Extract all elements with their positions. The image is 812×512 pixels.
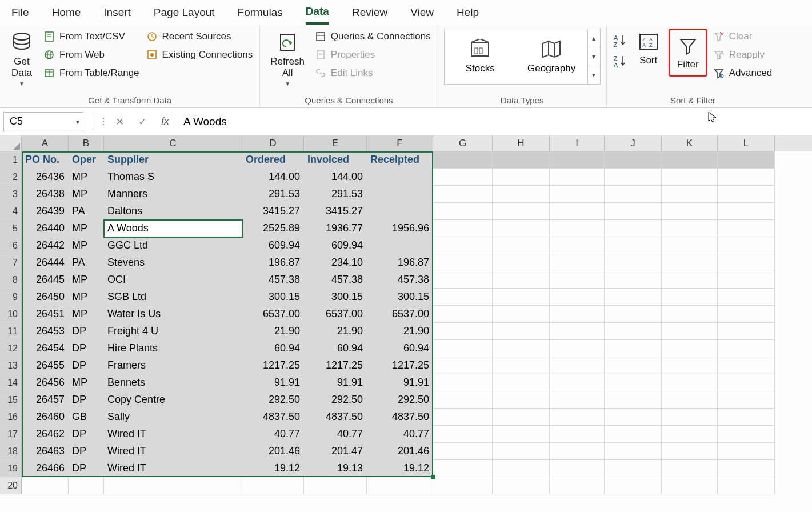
cell[interactable]: 91.91 [304,374,367,391]
cell[interactable]: 40.77 [304,426,367,443]
cell[interactable] [550,186,605,203]
cell[interactable] [550,426,605,443]
cell[interactable] [433,169,493,186]
cell[interactable] [104,477,242,494]
existing-connections-button[interactable]: Existing Connections [145,47,254,63]
cell[interactable]: OCI [104,271,242,289]
cell[interactable]: Water Is Us [104,306,242,323]
cell[interactable] [718,391,775,409]
row-header-10[interactable]: 10 [0,306,22,323]
cell[interactable]: 300.15 [242,289,304,306]
refresh-all-button[interactable]: Refresh All ▼ [266,29,309,89]
cell[interactable]: Hire Plants [104,340,242,357]
cell[interactable] [662,426,718,443]
advanced-filter-button[interactable]: Advanced [712,65,774,81]
cell[interactable] [662,460,718,477]
row-header-9[interactable]: 9 [0,289,22,306]
cell[interactable] [605,323,662,340]
row-header-16[interactable]: 16 [0,409,22,426]
cell[interactable] [605,409,662,426]
row-header-13[interactable]: 13 [0,357,22,374]
cell[interactable]: 2525.89 [242,220,304,237]
cell[interactable]: 19.13 [304,460,367,477]
cell[interactable]: 60.94 [242,340,304,357]
cell[interactable] [550,357,605,374]
cell[interactable] [550,323,605,340]
cell[interactable]: 26438 [22,186,69,203]
row-header-20[interactable]: 20 [0,477,22,494]
cell[interactable] [493,254,550,271]
cell[interactable]: 300.15 [304,289,367,306]
cell[interactable] [718,443,775,460]
cell[interactable] [493,237,550,254]
cell[interactable] [718,460,775,477]
cell[interactable] [605,271,662,289]
cell[interactable] [662,203,718,220]
cell[interactable]: MP [69,289,104,306]
row-header-18[interactable]: 18 [0,443,22,460]
cell[interactable] [550,477,605,494]
gallery-more-button[interactable]: ▾ [588,66,600,84]
cell[interactable] [367,186,433,203]
cell[interactable]: PO No. [22,151,69,169]
cell[interactable]: 91.91 [242,374,304,391]
cell[interactable] [493,306,550,323]
cell[interactable]: 26439 [22,203,69,220]
column-header-K[interactable]: K [662,135,718,151]
cell[interactable] [605,169,662,186]
cell[interactable] [605,306,662,323]
filter-button[interactable]: Filter [673,33,703,73]
cell[interactable] [493,391,550,409]
cell[interactable]: 457.38 [242,271,304,289]
cell[interactable] [718,169,775,186]
cell[interactable] [493,477,550,494]
cell[interactable]: DP [69,460,104,477]
cell[interactable]: MP [69,374,104,391]
cell[interactable]: Receipted [367,151,433,169]
cell[interactable] [605,151,662,169]
cell[interactable] [605,289,662,306]
from-web-button[interactable]: From Web [42,47,141,63]
cell[interactable] [605,374,662,391]
column-header-L[interactable]: L [718,135,775,151]
tab-help[interactable]: Help [457,2,479,23]
cell[interactable] [662,443,718,460]
gallery-down-button[interactable]: ▾ [588,47,600,66]
cell[interactable] [718,220,775,237]
cell[interactable] [662,237,718,254]
cell[interactable] [433,220,493,237]
formula-input[interactable]: A Woods [177,115,812,128]
cell[interactable]: 3415.27 [242,203,304,220]
cell[interactable]: DP [69,323,104,340]
tab-page-layout[interactable]: Page Layout [154,2,215,23]
cell[interactable]: GB [69,409,104,426]
cell[interactable] [605,391,662,409]
edit-links-button[interactable]: Edit Links [314,65,432,81]
cell[interactable]: Wired IT [104,443,242,460]
cell[interactable] [662,186,718,203]
stocks-button[interactable]: Stocks [445,39,516,74]
cell[interactable]: A Woods [104,220,242,237]
cell[interactable] [493,443,550,460]
cell[interactable] [493,186,550,203]
cell[interactable] [605,357,662,374]
cell[interactable] [433,477,493,494]
cell[interactable]: 26445 [22,271,69,289]
cell[interactable] [605,237,662,254]
cell[interactable]: 1956.96 [367,220,433,237]
cell[interactable] [605,443,662,460]
tab-insert[interactable]: Insert [103,2,131,23]
cell[interactable] [662,340,718,357]
cell[interactable] [662,254,718,271]
cell[interactable] [367,477,433,494]
cell[interactable] [493,340,550,357]
cell[interactable] [605,426,662,443]
recent-sources-button[interactable]: Recent Sources [145,29,254,45]
cell[interactable] [718,477,775,494]
cell[interactable] [662,151,718,169]
tab-review[interactable]: Review [352,2,387,23]
cell[interactable]: 291.53 [242,186,304,203]
cell[interactable] [304,477,367,494]
cell[interactable] [662,306,718,323]
cell[interactable] [493,220,550,237]
